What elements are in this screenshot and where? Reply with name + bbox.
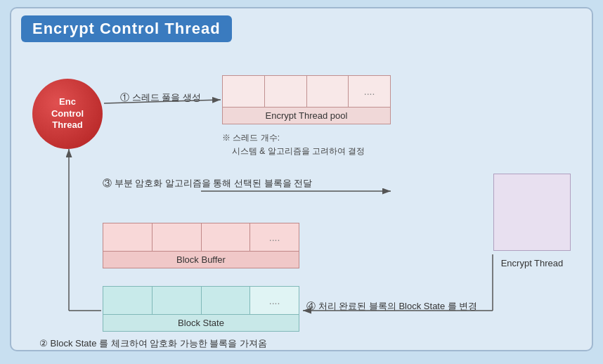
annotation-3: ③ 부분 암호화 알고리즘을 통해 선택된 블록을 전달 xyxy=(103,177,312,190)
encrypt-thread-label: Encrypt Thread xyxy=(486,258,578,268)
annotation-4: ④ 처리 완료된 블록의 Block State 를 변경 xyxy=(306,300,477,313)
buffer-cell-2 xyxy=(153,223,202,251)
state-cell-dots: .... xyxy=(250,287,299,314)
thread-cell-dots: .... xyxy=(349,76,390,107)
block-buffer-label: Block Buffer xyxy=(103,252,299,268)
enc-circle: Enc Control Thread xyxy=(32,79,103,149)
buffer-cell-1 xyxy=(103,223,153,251)
encrypt-thread-box xyxy=(493,174,571,251)
thread-cell-1 xyxy=(223,76,265,107)
thread-pool-label: Encrypt Thread pool xyxy=(223,108,390,124)
block-state-label: Block State xyxy=(103,315,299,331)
annotation-2: ② Block State 를 체크하여 암호화 가능한 블록을 가져옴 xyxy=(39,337,267,350)
title-box: Encrypt Control Thread xyxy=(21,15,232,42)
state-cell-1 xyxy=(103,287,153,314)
thread-cell-2 xyxy=(265,76,307,107)
main-container: Encrypt Control Thread Enc Control Threa… xyxy=(10,7,593,351)
state-cell-2 xyxy=(153,287,202,314)
block-state-box: .... Block State xyxy=(103,286,299,332)
buffer-cell-3 xyxy=(202,223,251,251)
state-cells: .... xyxy=(103,287,299,315)
page-title: Encrypt Control Thread xyxy=(32,20,221,37)
thread-pool-cells: .... xyxy=(223,76,390,108)
annotation-1: ① 스레드 풀을 생성 xyxy=(120,91,201,104)
buffer-cells: .... xyxy=(103,223,299,252)
state-cell-3 xyxy=(202,287,251,314)
thread-pool-box: .... Encrypt Thread pool xyxy=(222,75,391,124)
block-buffer-box: .... Block Buffer xyxy=(103,223,299,268)
thread-pool-note: ※ 스레드 개수: 시스템 & 알고리즘을 고려하여 결정 xyxy=(222,131,365,158)
thread-cell-3 xyxy=(307,76,349,107)
buffer-cell-dots: .... xyxy=(250,223,299,251)
